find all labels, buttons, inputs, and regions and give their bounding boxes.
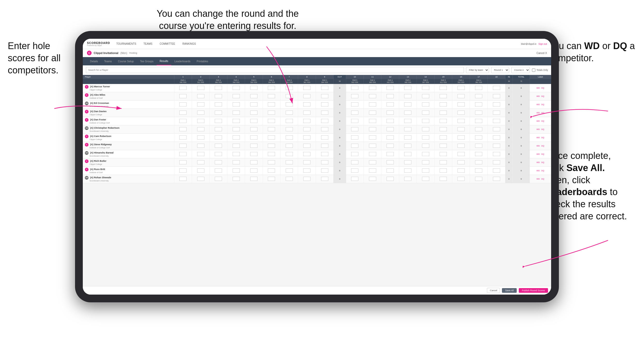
hole-input[interactable]: [197, 102, 204, 106]
hole-13-input[interactable]: [399, 175, 417, 183]
dq-button[interactable]: DQ: [541, 161, 545, 164]
hole-input[interactable]: [440, 86, 447, 90]
hole-10-input[interactable]: [346, 133, 364, 142]
hole-input[interactable]: [457, 102, 465, 106]
hole-input[interactable]: [303, 160, 310, 164]
hole-16-input[interactable]: [452, 117, 470, 125]
hole-input[interactable]: [404, 127, 411, 131]
hole-input[interactable]: [404, 135, 411, 140]
hole-7-input[interactable]: [280, 125, 298, 133]
hole-2-input[interactable]: [192, 100, 210, 109]
hole-11-input[interactable]: [364, 142, 381, 150]
hole-7-input[interactable]: [280, 84, 298, 92]
hole-8-input[interactable]: [298, 100, 316, 109]
dq-button[interactable]: DQ: [541, 87, 545, 89]
wd-button[interactable]: WD: [536, 120, 541, 122]
hole-8-input[interactable]: [298, 175, 316, 183]
hole-12-input[interactable]: [381, 117, 399, 125]
hole-input[interactable]: [493, 94, 500, 98]
hole-input[interactable]: [179, 86, 187, 90]
hole-input[interactable]: [268, 86, 275, 90]
hole-12-input[interactable]: [381, 175, 399, 183]
totals-only-toggle[interactable]: Totals Only: [532, 68, 548, 72]
hole-9-input[interactable]: [316, 150, 333, 158]
hole-7-input[interactable]: [280, 166, 298, 175]
hole-3-input[interactable]: [210, 109, 227, 117]
wd-button[interactable]: WD: [536, 103, 541, 106]
hole-12-input[interactable]: [381, 133, 399, 142]
hole-2-input[interactable]: [192, 142, 210, 150]
hole-input[interactable]: [268, 135, 275, 140]
hole-16-input[interactable]: [452, 158, 470, 166]
hole-17-input[interactable]: [470, 142, 487, 150]
hole-input[interactable]: [303, 94, 310, 98]
hole-17-input[interactable]: [470, 84, 487, 92]
hole-input[interactable]: [179, 102, 187, 106]
hole-7-input[interactable]: [280, 100, 298, 109]
hole-18-input[interactable]: [487, 109, 505, 117]
hole-input[interactable]: [233, 119, 240, 123]
tab-teams[interactable]: Teams: [101, 57, 115, 65]
wd-button[interactable]: WD: [536, 95, 541, 98]
hole-input[interactable]: [250, 119, 257, 123]
hole-input[interactable]: [321, 135, 328, 140]
hole-input[interactable]: [387, 135, 394, 140]
hole-6-input[interactable]: [263, 133, 280, 142]
hole-input[interactable]: [440, 152, 447, 156]
hole-3-input[interactable]: [210, 92, 227, 100]
hole-input[interactable]: [250, 135, 257, 140]
hole-input[interactable]: [197, 135, 204, 140]
hole-input[interactable]: [179, 127, 187, 131]
hole-input[interactable]: [179, 177, 187, 181]
hole-input[interactable]: [321, 94, 328, 98]
hole-9-input[interactable]: [316, 117, 333, 125]
hole-input[interactable]: [475, 135, 482, 140]
hole-15-input[interactable]: [434, 109, 452, 117]
hole-11-input[interactable]: [364, 117, 381, 125]
hole-7-input[interactable]: [280, 150, 298, 158]
hole-input[interactable]: [215, 94, 222, 98]
hole-1-input[interactable]: [174, 109, 192, 117]
hole-18-input[interactable]: [487, 125, 505, 133]
hole-10-input[interactable]: [346, 175, 364, 183]
hole-12-input[interactable]: [381, 150, 399, 158]
hole-input[interactable]: [286, 94, 293, 98]
search-input[interactable]: [86, 67, 464, 73]
hole-input[interactable]: [369, 86, 376, 90]
hole-input[interactable]: [197, 152, 204, 156]
hole-18-input[interactable]: [487, 100, 505, 109]
hole-3-input[interactable]: [210, 117, 227, 125]
hole-input[interactable]: [321, 160, 328, 164]
hole-3-input[interactable]: [210, 166, 227, 175]
hole-input[interactable]: [286, 152, 293, 156]
hole-14-input[interactable]: [417, 92, 434, 100]
hole-13-input[interactable]: [399, 92, 417, 100]
hole-input[interactable]: [457, 168, 465, 173]
hole-input[interactable]: [179, 111, 187, 115]
hole-2-input[interactable]: [192, 150, 210, 158]
hole-input[interactable]: [179, 144, 187, 148]
hole-6-input[interactable]: [263, 175, 280, 183]
hole-input[interactable]: [369, 119, 376, 123]
hole-13-input[interactable]: [399, 133, 417, 142]
tab-leaderboards[interactable]: Leaderboards: [171, 57, 194, 65]
hole-input[interactable]: [369, 94, 376, 98]
dq-button[interactable]: DQ: [541, 153, 545, 156]
hole-3-input[interactable]: [210, 84, 227, 92]
tab-details[interactable]: Details: [87, 57, 101, 65]
hole-input[interactable]: [351, 135, 358, 140]
hole-12-input[interactable]: [381, 125, 399, 133]
hole-input[interactable]: [422, 177, 429, 181]
hole-input[interactable]: [475, 86, 482, 90]
hole-1-input[interactable]: [174, 150, 192, 158]
hole-input[interactable]: [493, 152, 500, 156]
hole-17-input[interactable]: [470, 166, 487, 175]
hole-6-input[interactable]: [263, 150, 280, 158]
hole-6-input[interactable]: [263, 92, 280, 100]
hole-13-input[interactable]: [399, 158, 417, 166]
hole-13-input[interactable]: [399, 100, 417, 109]
hole-input[interactable]: [457, 152, 465, 156]
hole-14-input[interactable]: [417, 100, 434, 109]
hole-14-input[interactable]: [417, 84, 434, 92]
hole-input[interactable]: [233, 102, 240, 106]
